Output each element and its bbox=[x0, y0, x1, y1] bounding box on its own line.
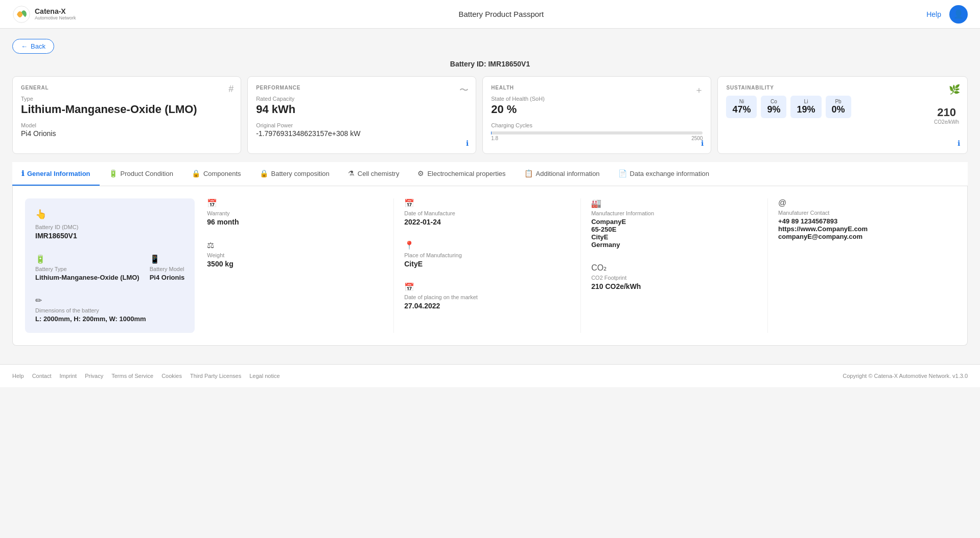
original-power-value: -1.7976931348623157e+308 kW bbox=[256, 129, 468, 138]
tab-product-icon: 🔋 bbox=[109, 169, 118, 177]
co-label: Co bbox=[767, 99, 780, 104]
date-manufacture-icon: 📅 bbox=[404, 198, 570, 208]
logo-name: Catena-X bbox=[35, 8, 76, 15]
general-model-group: Model Pi4 Orionis bbox=[21, 122, 232, 138]
performance-card: PERFORMANCE 〜 Rated Capacity 94 kWh Orig… bbox=[247, 76, 476, 154]
tab-additional-icon: 📋 bbox=[524, 169, 533, 177]
type-label: Type bbox=[21, 96, 232, 102]
place-manufacture-icon: 📍 bbox=[404, 240, 570, 250]
li-chip: Li 19% bbox=[790, 96, 821, 118]
warranty-icon: 📅 bbox=[207, 198, 383, 208]
col-manufacturer: 🏭 Manufacturer Information CompanyE 65-2… bbox=[581, 198, 768, 333]
cycles-bar: 1.8 2500 bbox=[491, 131, 703, 141]
co2-footprint-value: 210 CO2e/kWh bbox=[591, 282, 757, 290]
rated-capacity-group: Rated Capacity 94 kWh bbox=[256, 96, 468, 116]
footer: Help Contact Imprint Privacy Terms of Se… bbox=[0, 364, 980, 387]
footer-privacy[interactable]: Privacy bbox=[85, 373, 103, 379]
tabs-bar: ℹ General Information 🔋 Product Conditio… bbox=[12, 162, 968, 186]
manufacturer-info-line4: Germany bbox=[591, 241, 757, 249]
tab-battery-composition[interactable]: 🔒 Battery composition bbox=[250, 162, 339, 186]
general-card-label: GENERAL bbox=[21, 85, 232, 91]
date-manufacture-value: 2022-01-24 bbox=[404, 218, 570, 226]
date-market-label: Date of placing on the market bbox=[404, 294, 570, 300]
battery-id-dmc-label: Battery ID (DMC) bbox=[35, 224, 184, 230]
footer-imprint[interactable]: Imprint bbox=[60, 373, 77, 379]
manufacturer-contact-label: Manufaturer Contact bbox=[778, 210, 955, 216]
header-right: Help 👤 bbox=[926, 5, 968, 24]
cards-row: GENERAL # Type Lithium-Manganese-Oxide (… bbox=[12, 76, 968, 154]
sustainability-info-icon[interactable]: ℹ bbox=[958, 139, 960, 147]
sustainability-icon: 🌿 bbox=[949, 84, 960, 95]
tab-electrochemical[interactable]: ⚙ Electrochemical properties bbox=[408, 162, 515, 186]
tab-additional[interactable]: 📋 Additional information bbox=[515, 162, 609, 186]
cycles-min: 1.8 bbox=[491, 136, 498, 141]
performance-info-icon[interactable]: ℹ bbox=[466, 139, 469, 147]
back-button[interactable]: ← Back bbox=[12, 39, 54, 54]
model-label: Model bbox=[21, 122, 232, 128]
tab-product-condition[interactable]: 🔋 Product Condition bbox=[100, 162, 182, 186]
footer-terms[interactable]: Terms of Service bbox=[111, 373, 153, 379]
general-card: GENERAL # Type Lithium-Manganese-Oxide (… bbox=[12, 76, 241, 154]
tab-data-exchange[interactable]: 📄 Data exchange information bbox=[609, 162, 718, 186]
date-market-section: 📅 Date of placing on the market 27.04.20… bbox=[404, 282, 570, 310]
battery-model-label: Battery Model bbox=[150, 266, 185, 272]
co2-unit: CO2e/kWh bbox=[934, 119, 959, 125]
tab-battery-comp-icon: 🔒 bbox=[260, 169, 268, 177]
manufacturer-contact-section: @ Manufaturer Contact +49 89 1234567893 … bbox=[778, 198, 955, 240]
logo-icon bbox=[12, 5, 31, 24]
sustainability-chips: Ni 47% Co 9% Li 19% Pb 0% bbox=[726, 96, 959, 118]
tab-product-label: Product Condition bbox=[121, 170, 173, 177]
dimensions-section: ✏ Dimensions of the battery L: 2000mm, H… bbox=[35, 296, 184, 323]
co-chip: Co 9% bbox=[761, 96, 786, 118]
col-contact: @ Manufaturer Contact +49 89 1234567893 … bbox=[768, 198, 955, 333]
performance-icon: 〜 bbox=[459, 84, 469, 96]
footer-cookies[interactable]: Cookies bbox=[161, 373, 182, 379]
tab-electro-icon: ⚙ bbox=[417, 169, 424, 177]
tab-general-information[interactable]: ℹ General Information bbox=[12, 162, 100, 186]
dimensions-icon: ✏ bbox=[35, 296, 184, 305]
pb-value: 0% bbox=[832, 104, 845, 115]
health-card-label: HEALTH bbox=[491, 85, 703, 91]
manufacturer-info-icon: 🏭 bbox=[591, 198, 757, 208]
tab-general-label: General Information bbox=[27, 170, 90, 177]
manufacturer-info-line3: CityE bbox=[591, 233, 757, 241]
battery-type-group: 🔋 Battery Type Lithium-Manganese-Oxide (… bbox=[35, 254, 139, 281]
co2-value: 210 bbox=[934, 106, 959, 119]
col-warranty-weight: 📅 Warranty 96 month ⚖ Weight 3500 kg bbox=[207, 198, 394, 333]
original-power-group: Original Power -1.7976931348623157e+308 … bbox=[256, 122, 468, 138]
battery-type-icon: 🔋 bbox=[35, 254, 139, 264]
footer-contact[interactable]: Contact bbox=[32, 373, 52, 379]
footer-third-party[interactable]: Third Party Licenses bbox=[190, 373, 241, 379]
info-layout: 👆 Battery ID (DMC) IMR18650V1 🔋 Battery … bbox=[25, 198, 955, 333]
cycles-group: Charging Cycles 1.8 2500 bbox=[491, 122, 703, 141]
manufacturer-info-line1: CompanyE bbox=[591, 218, 757, 226]
footer-help[interactable]: Help bbox=[12, 373, 24, 379]
help-link[interactable]: Help bbox=[926, 10, 941, 18]
fingerprint-icon: 👆 bbox=[35, 209, 184, 220]
footer-legal[interactable]: Legal notice bbox=[249, 373, 279, 379]
user-avatar[interactable]: 👤 bbox=[949, 5, 968, 24]
tab-battery-comp-label: Battery composition bbox=[271, 170, 330, 177]
pb-chip: Pb 0% bbox=[826, 96, 851, 118]
warranty-label: Warranty bbox=[207, 210, 383, 216]
soh-label: State of Health (SoH) bbox=[491, 96, 703, 102]
cycles-label: Charging Cycles bbox=[491, 122, 703, 128]
tab-data-label: Data exchange information bbox=[630, 170, 709, 177]
cycles-labels: 1.8 2500 bbox=[491, 136, 703, 141]
footer-copyright: Copyright © Catena-X Automotive Network.… bbox=[843, 373, 968, 379]
sustainability-card-label: SUSTAINABILITY bbox=[726, 85, 959, 91]
battery-type-section: 🔋 Battery Type Lithium-Manganese-Oxide (… bbox=[35, 254, 184, 281]
sustainability-card: SUSTAINABILITY 🌿 Ni 47% Co 9% Li 19% Pb … bbox=[717, 76, 968, 154]
weight-value: 3500 kg bbox=[207, 260, 383, 268]
date-manufacture-label: Date of Manufacture bbox=[404, 210, 570, 216]
battery-type-label: Battery Type bbox=[35, 266, 139, 272]
soh-value: 20 % bbox=[491, 103, 703, 116]
tab-cell-chemistry[interactable]: ⚗ Cell chemistry bbox=[339, 162, 409, 186]
li-label: Li bbox=[797, 99, 815, 104]
model-value: Pi4 Orionis bbox=[21, 129, 232, 138]
tab-electro-label: Electrochemical properties bbox=[427, 170, 505, 177]
health-info-icon[interactable]: ℹ bbox=[701, 139, 704, 147]
tab-components[interactable]: 🔒 Components bbox=[182, 162, 250, 186]
soh-group: State of Health (SoH) 20 % bbox=[491, 96, 703, 116]
place-manufacture-value: CityE bbox=[404, 260, 570, 268]
